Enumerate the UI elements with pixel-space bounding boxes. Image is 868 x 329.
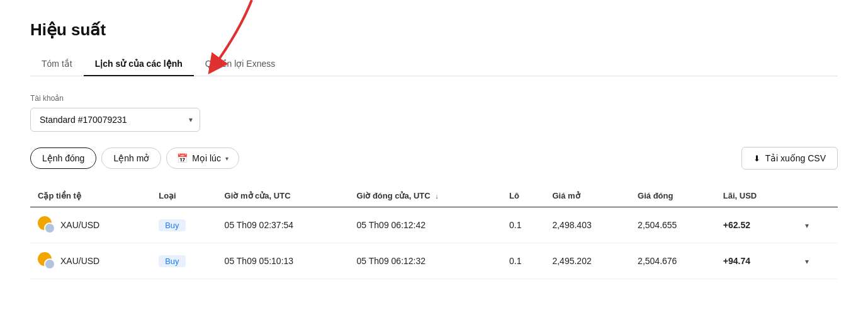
download-csv-button[interactable]: ⬇ Tải xuống CSV: [741, 147, 838, 170]
account-select[interactable]: Standard #170079231: [30, 108, 200, 132]
currency-icon-1: [38, 252, 55, 270]
page-title: Hiệu suất: [30, 20, 838, 40]
open-orders-button[interactable]: Lệnh mở: [101, 147, 161, 169]
table-header-row: Cặp tiền tệ Loại Giờ mở cửa, UTC Giờ đón…: [30, 185, 838, 207]
cell-expand-1: ▾: [792, 243, 838, 279]
table-row: XAU/USD Buy 05 Th09 05:10:13 05 Th09 06:…: [30, 243, 838, 279]
cell-expand-0: ▾: [792, 207, 838, 243]
filters-left: Lệnh đóng Lệnh mở 📅 Mọi lúc ▾: [30, 147, 239, 169]
tab-quyen-loi[interactable]: Quyền lợi Exness: [194, 52, 286, 76]
cell-open-price-1: 2,495.202: [544, 243, 630, 279]
cell-lot-0: 0.1: [502, 207, 544, 243]
date-filter-label: Mọi lúc: [192, 153, 221, 163]
table-row: XAU/USD Buy 05 Th09 02:37:54 05 Th09 06:…: [30, 207, 838, 243]
download-icon: ⬇: [753, 154, 760, 163]
col-close-price: Giá đóng: [630, 185, 716, 207]
tab-nav: Tóm tắt Lịch sử của các lệnh Quyền lợi E…: [30, 52, 838, 76]
col-profit: Lãi, USD: [716, 185, 792, 207]
col-close-time[interactable]: Giờ đóng cửa, UTC ↓: [349, 185, 502, 207]
cell-close-price-1: 2,504.676: [630, 243, 716, 279]
expand-row-button-1[interactable]: ▾: [800, 255, 814, 268]
cell-type-1: Buy: [151, 243, 217, 279]
account-label: Tài khoản: [30, 94, 838, 103]
orders-table: Cặp tiền tệ Loại Giờ mở cửa, UTC Giờ đón…: [30, 185, 838, 279]
main-page: Hiệu suất Tóm tắt Lịch sử của các lệnh Q…: [0, 0, 868, 329]
col-open-time: Giờ mở cửa, UTC: [217, 185, 349, 207]
expand-row-button-0[interactable]: ▾: [800, 219, 814, 233]
cell-close-time-1: 05 Th09 06:12:32: [349, 243, 502, 279]
download-label: Tải xuống CSV: [765, 153, 826, 163]
cell-profit-1: +94.74: [716, 243, 792, 279]
cell-open-price-0: 2,498.403: [544, 207, 630, 243]
filters-row: Lệnh đóng Lệnh mở 📅 Mọi lúc ▾ ⬇ Tải xuốn…: [30, 147, 838, 170]
cell-close-time-0: 05 Th09 06:12:42: [349, 207, 502, 243]
col-lot: Lô: [502, 185, 544, 207]
cell-type-0: Buy: [151, 207, 217, 243]
cell-pair-1: XAU/USD: [30, 243, 151, 279]
cell-profit-0: +62.52: [716, 207, 792, 243]
col-type: Loại: [151, 185, 217, 207]
cell-close-price-0: 2,504.655: [630, 207, 716, 243]
currency-icon-0: [38, 216, 55, 234]
cell-pair-0: XAU/USD: [30, 207, 151, 243]
account-select-wrapper: Standard #170079231 ▾: [30, 108, 200, 132]
tab-tom-tat[interactable]: Tóm tắt: [30, 52, 84, 76]
cell-lot-1: 0.1: [502, 243, 544, 279]
closed-orders-button[interactable]: Lệnh đóng: [30, 147, 96, 169]
cell-open-time-1: 05 Th09 05:10:13: [217, 243, 349, 279]
sort-icon: ↓: [435, 192, 439, 200]
chevron-down-icon: ▾: [225, 155, 228, 162]
col-expand: [792, 185, 838, 207]
calendar-icon: 📅: [177, 153, 188, 163]
col-pair: Cặp tiền tệ: [30, 185, 151, 207]
cell-open-time-0: 05 Th09 02:37:54: [217, 207, 349, 243]
tab-lich-su[interactable]: Lịch sử của các lệnh: [84, 52, 194, 76]
date-filter-button[interactable]: 📅 Mọi lúc ▾: [166, 147, 239, 169]
col-open-price: Giá mở: [544, 185, 630, 207]
